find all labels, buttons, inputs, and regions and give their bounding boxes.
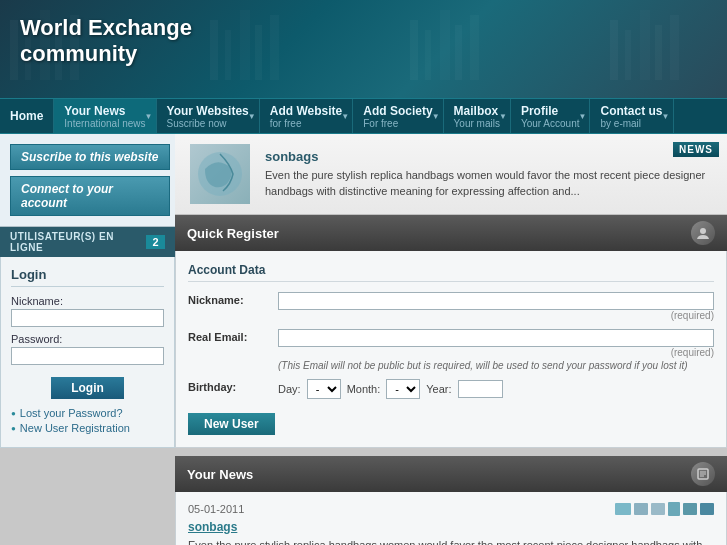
nickname-form-label: Nickname: [188, 292, 278, 306]
nav-mailbox[interactable]: Mailbox Your mails ▼ [444, 99, 511, 133]
nav-arrow: ▼ [248, 112, 256, 121]
nav-add-society[interactable]: Add Society For free ▼ [353, 99, 443, 133]
nav-arrow: ▼ [145, 112, 153, 121]
content-wrapper: Suscribe to this website Connect to your… [0, 134, 727, 545]
year-label: Year: [426, 383, 451, 395]
news-icon-envelope[interactable] [615, 503, 631, 515]
nav-arrow: ▼ [341, 112, 349, 121]
main-nav: Home Your News International news ▼ Your… [0, 98, 727, 134]
lost-password-link[interactable]: ● Lost your Password? [11, 407, 164, 419]
subscribe-button[interactable]: Suscribe to this website [10, 144, 170, 170]
news-icon-print[interactable] [651, 503, 665, 515]
news-icon-user[interactable] [683, 503, 697, 515]
nav-arrow: ▼ [662, 112, 670, 121]
bullet-icon: ● [11, 424, 16, 433]
main-content: sonbags Even the pure stylish replica ha… [175, 134, 727, 545]
login-box: Login Nickname: Password: Login ● Lost y… [0, 257, 175, 448]
email-form-label: Real Email: [188, 329, 278, 343]
birthday-day-select[interactable]: - [307, 379, 341, 399]
nav-your-websites[interactable]: Your Websites Suscribe now ▼ [157, 99, 260, 133]
nav-your-news[interactable]: Your News International news ▼ [54, 99, 156, 133]
connect-button[interactable]: Connect to your account [10, 176, 170, 216]
header-background: World Exchange community [0, 0, 727, 98]
nav-home[interactable]: Home [0, 99, 54, 133]
news-icon-share[interactable] [634, 503, 648, 515]
quick-register-form: Account Data Nickname: (required) Real E… [175, 251, 727, 448]
login-button[interactable]: Login [51, 377, 124, 399]
birthday-row: Birthday: Day: - Month: - Year: [188, 379, 714, 399]
password-input[interactable] [11, 347, 164, 365]
email-form-field: (required) (This Email will not be publi… [278, 329, 714, 371]
nickname-label: Nickname: [11, 295, 164, 307]
news-date: 05-01-2011 [188, 503, 244, 515]
nav-arrow: ▼ [499, 112, 507, 121]
nickname-form-field: (required) [278, 292, 714, 321]
nav-arrow: ▼ [432, 112, 440, 121]
news-map-icon [190, 144, 250, 204]
login-title: Login [11, 267, 164, 287]
birthday-form-label: Birthday: [188, 379, 278, 393]
register-nickname-input[interactable] [278, 292, 714, 310]
email-required: (required) [278, 347, 714, 358]
news-action-icons [615, 502, 714, 516]
site-title: World Exchange community [20, 15, 192, 68]
top-buttons: Suscribe to this website Connect to your… [0, 134, 175, 227]
birthday-month-select[interactable]: - [386, 379, 420, 399]
news-date-row: 05-01-2011 [188, 502, 714, 516]
email-row: Real Email: (required) (This Email will … [188, 329, 714, 371]
day-label: Day: [278, 383, 301, 395]
news-article-title[interactable]: sonbags [188, 520, 714, 534]
quick-register-header: Quick Register [175, 215, 727, 251]
email-note: (This Email will not be public but is re… [278, 360, 714, 371]
news-icon-bookmark[interactable] [668, 502, 680, 516]
section-header-icon [691, 221, 715, 245]
news-article-text: Even the pure stylish replica handbags w… [188, 538, 714, 545]
month-label: Month: [347, 383, 381, 395]
new-user-button[interactable]: New User [188, 413, 275, 435]
register-email-input[interactable] [278, 329, 714, 347]
svg-point-1 [700, 228, 706, 234]
nav-arrow: ▼ [579, 112, 587, 121]
nav-contact[interactable]: Contact us by e-mail ▼ [590, 99, 673, 133]
your-news-icon [691, 462, 715, 486]
left-sidebar: Suscribe to this website Connect to your… [0, 134, 175, 545]
nav-profile[interactable]: Profile Your Account ▼ [511, 99, 591, 133]
account-data-title: Account Data [188, 263, 714, 282]
users-online-bar: UTILISATEUR(S) EN LIGNE 2 [0, 227, 175, 257]
password-label: Password: [11, 333, 164, 345]
news-banner: sonbags Even the pure stylish replica ha… [175, 134, 727, 215]
users-count: 2 [146, 235, 165, 249]
news-label: NEWS [673, 142, 719, 157]
nickname-row: Nickname: (required) [188, 292, 714, 321]
bullet-icon: ● [11, 409, 16, 418]
news-banner-title: sonbags [265, 149, 712, 164]
birthday-year-input[interactable] [458, 380, 503, 398]
nickname-input[interactable] [11, 309, 164, 327]
login-links: ● Lost your Password? ● New User Registr… [11, 407, 164, 434]
birthday-inputs: Day: - Month: - Year: [278, 379, 714, 399]
your-news-header: Your News [175, 456, 727, 492]
new-user-link[interactable]: ● New User Registration [11, 422, 164, 434]
news-banner-content: sonbags Even the pure stylish replica ha… [265, 149, 712, 199]
birthday-form-field: Day: - Month: - Year: [278, 379, 714, 399]
nickname-required: (required) [278, 310, 714, 321]
news-banner-text: Even the pure stylish replica handbags w… [265, 168, 712, 199]
news-icon-chart[interactable] [700, 503, 714, 515]
nav-add-website[interactable]: Add Website for free ▼ [260, 99, 353, 133]
your-news-content: 05-01-2011 sonbags Even the pure stylish… [175, 492, 727, 545]
